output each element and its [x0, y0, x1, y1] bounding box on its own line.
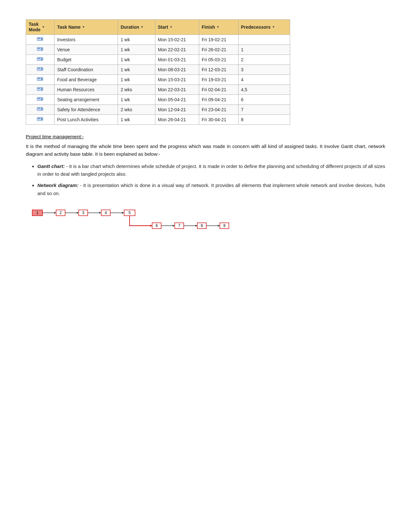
- predecessors-cell: 4: [238, 74, 290, 84]
- col-start[interactable]: Start ▼: [155, 20, 199, 35]
- table-row: Human Resources2 wksMon 22-03-21Fri 02-0…: [26, 84, 290, 94]
- task-name-cell: Seating arrangement: [54, 94, 118, 104]
- col-predecessors-label: Predecessors: [241, 25, 271, 30]
- start-cell: Mon 15-02-21: [155, 34, 199, 44]
- col-predecessors[interactable]: Predecessors ▼: [238, 20, 290, 35]
- table-row: Safety for Attendence2 wksMon 12-04-21Fr…: [26, 104, 290, 114]
- arrowhead-5-6: [150, 225, 152, 227]
- task-name-cell: Investors: [54, 34, 118, 44]
- bullet-network: Network diagram: - It is presentation wh…: [37, 182, 385, 198]
- finish-cell: Fri 09-04-21: [199, 94, 238, 104]
- predecessors-cell: 3: [238, 64, 290, 74]
- arrow-5-6: [130, 216, 150, 226]
- node-3-label: 3: [82, 211, 84, 215]
- svg-rect-7: [38, 58, 40, 59]
- bullet-network-dash: -: [78, 182, 82, 188]
- col-task-name[interactable]: Task Name ▼: [54, 20, 118, 35]
- duration-cell: 2 wks: [118, 104, 155, 114]
- task-mode-icon: [37, 46, 44, 52]
- network-diagram: 1 2 3 4 5 6 7 8 9: [26, 203, 232, 236]
- bullet-network-text: It is presentation which is done in a vi…: [37, 182, 385, 196]
- node-4-label: 4: [105, 211, 107, 215]
- sort-arrow-start: ▼: [170, 25, 173, 29]
- col-duration[interactable]: Duration ▼: [118, 20, 155, 35]
- finish-cell: Fri 30-04-21: [199, 114, 238, 124]
- task-name-cell: Safety for Attendence: [54, 104, 118, 114]
- task-mode-icon: [37, 106, 44, 112]
- task-name-cell: Venue: [54, 44, 118, 54]
- predecessors-cell: 1: [238, 44, 290, 54]
- start-cell: Mon 08-03-21: [155, 64, 199, 74]
- arrowhead-4-5: [122, 212, 124, 214]
- start-cell: Mon 12-04-21: [155, 104, 199, 114]
- network-svg: 1 2 3 4 5 6 7 8 9: [26, 203, 232, 236]
- task-mode-cell: [26, 84, 54, 94]
- svg-rect-13: [38, 78, 40, 79]
- start-cell: Mon 05-04-21: [155, 94, 199, 104]
- node-5-label: 5: [129, 211, 131, 215]
- arrowhead-8-9: [218, 225, 220, 227]
- finish-cell: Fri 23-04-21: [199, 104, 238, 114]
- svg-rect-25: [38, 118, 40, 119]
- task-mode-cell: [26, 114, 54, 124]
- svg-rect-1: [38, 38, 40, 39]
- node-6-label: 6: [156, 223, 158, 228]
- section-heading: Project time management:-: [26, 134, 385, 139]
- sort-arrow-task-name: ▼: [82, 25, 85, 29]
- sort-arrow-task-mode: ▼: [42, 25, 45, 29]
- table-row: Budget1 wkMon 01-03-21Fri 05-03-212: [26, 54, 290, 64]
- node-1-label: 1: [36, 211, 39, 215]
- table-row: Investors1 wkMon 15-02-21Fri 19-02-21: [26, 34, 290, 44]
- task-mode-cell: [26, 54, 54, 64]
- predecessors-cell: [238, 34, 290, 44]
- col-finish[interactable]: Finish ▼: [199, 20, 238, 35]
- table-row: Venue1 wkMon 22-02-21Fri 26-02-211: [26, 44, 290, 54]
- table-row: Seating arrangement1 wkMon 05-04-21Fri 0…: [26, 94, 290, 104]
- col-duration-label: Duration: [121, 25, 139, 30]
- duration-cell: 1 wk: [118, 94, 155, 104]
- bullet-gantt-term: Gantt chart:: [37, 163, 65, 169]
- node-2-label: 2: [60, 211, 62, 215]
- col-task-mode[interactable]: TaskMode ▼: [26, 20, 54, 35]
- task-mode-icon: [37, 116, 44, 122]
- task-name-cell: Human Resources: [54, 84, 118, 94]
- arrowhead-1-2: [54, 212, 56, 214]
- col-start-label: Start: [158, 25, 168, 30]
- svg-rect-16: [38, 88, 40, 89]
- task-mode-cell: [26, 64, 54, 74]
- task-mode-icon: [37, 56, 44, 62]
- start-cell: Mon 26-04-21: [155, 114, 199, 124]
- finish-cell: Fri 02-04-21: [199, 84, 238, 94]
- start-cell: Mon 01-03-21: [155, 54, 199, 64]
- arrowhead-6-7: [173, 225, 175, 227]
- svg-rect-22: [38, 108, 40, 109]
- duration-cell: 1 wk: [118, 34, 155, 44]
- svg-rect-19: [38, 98, 40, 99]
- arrowhead-3-4: [99, 212, 101, 214]
- start-cell: Mon 22-02-21: [155, 44, 199, 54]
- task-mode-icon: [37, 96, 44, 102]
- task-mode-cell: [26, 34, 54, 44]
- col-task-mode-label: TaskMode: [29, 22, 41, 33]
- col-task-name-label: Task Name: [57, 25, 81, 30]
- predecessors-cell: 8: [238, 114, 290, 124]
- finish-cell: Fri 12-03-21: [199, 64, 238, 74]
- arrowhead-7-8: [195, 225, 197, 227]
- task-name-cell: Food and Beverage: [54, 74, 118, 84]
- task-mode-cell: [26, 94, 54, 104]
- task-mode-cell: [26, 74, 54, 84]
- predecessors-cell: 6: [238, 94, 290, 104]
- duration-cell: 1 wk: [118, 54, 155, 64]
- finish-cell: Fri 19-02-21: [199, 34, 238, 44]
- task-mode-cell: [26, 104, 54, 114]
- duration-cell: 1 wk: [118, 64, 155, 74]
- task-name-cell: Budget: [54, 54, 118, 64]
- duration-cell: 1 wk: [118, 44, 155, 54]
- task-name-cell: Post Lunch Activities: [54, 114, 118, 124]
- sort-arrow-finish: ▼: [216, 25, 220, 29]
- table-row: Food and Beverage1 wkMon 15-03-21Fri 19-…: [26, 74, 290, 84]
- task-mode-icon: [37, 76, 44, 82]
- bullet-gantt-dash: -: [65, 163, 68, 169]
- node-7-label: 7: [178, 223, 181, 228]
- arrowhead-2-3: [77, 212, 79, 214]
